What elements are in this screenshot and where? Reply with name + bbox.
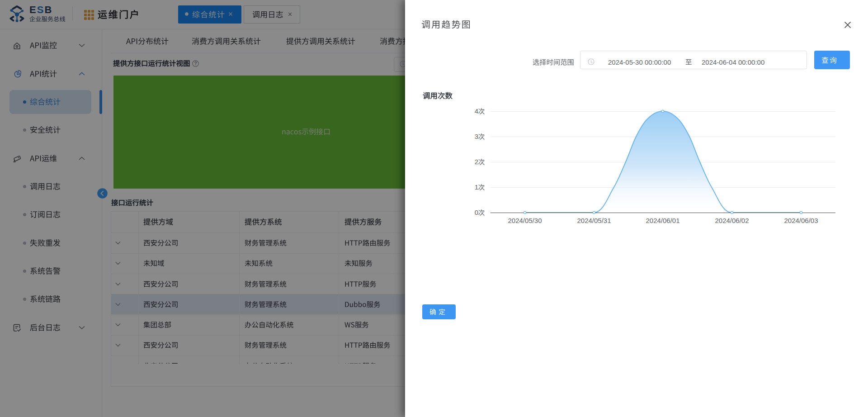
svg-text:2024/06/01: 2024/06/01 (646, 217, 679, 224)
svg-text:1: 1 (475, 183, 478, 191)
svg-text:3: 3 (475, 133, 478, 140)
svg-text:2: 2 (475, 158, 478, 166)
svg-text:0: 0 (475, 208, 478, 216)
svg-text:4: 4 (475, 107, 478, 115)
svg-text:2024/06/03: 2024/06/03 (784, 217, 818, 224)
svg-text:2024/05/31: 2024/05/31 (577, 217, 611, 224)
svg-text:2024/06/02: 2024/06/02 (715, 217, 749, 224)
svg-text:2024/05/30: 2024/05/30 (508, 217, 542, 224)
